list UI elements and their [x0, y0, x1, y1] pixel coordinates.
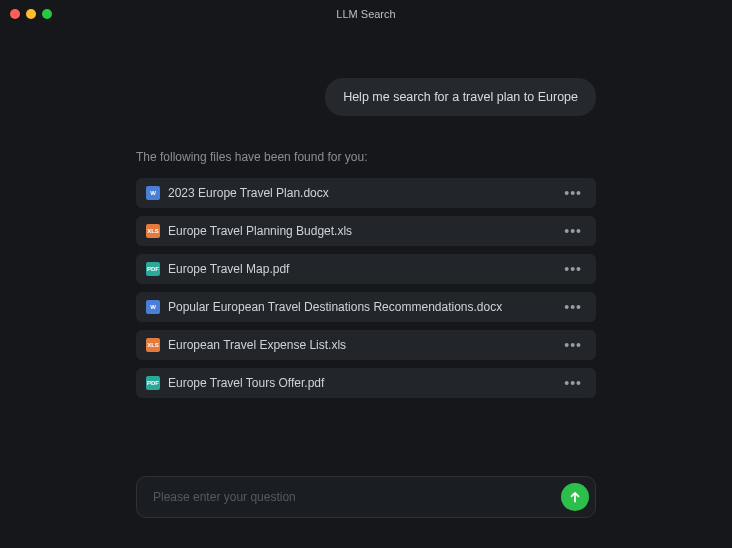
file-name: Europe Travel Map.pdf — [168, 262, 554, 276]
more-options-icon[interactable]: ••• — [562, 338, 584, 352]
minimize-icon[interactable] — [26, 9, 36, 19]
assistant-intro-text: The following files have been found for … — [136, 150, 596, 164]
user-message-bubble: Help me search for a travel plan to Euro… — [325, 78, 596, 116]
pdf-file-icon: PDF — [146, 376, 160, 390]
window-controls — [10, 9, 52, 19]
maximize-icon[interactable] — [42, 9, 52, 19]
file-result-item[interactable]: XLSEurope Travel Planning Budget.xls••• — [136, 216, 596, 246]
chat-area: Help me search for a travel plan to Euro… — [136, 78, 596, 398]
file-name: Europe Travel Planning Budget.xls — [168, 224, 554, 238]
question-input-box[interactable] — [136, 476, 596, 518]
xls-file-icon: XLS — [146, 338, 160, 352]
docx-file-icon: W — [146, 300, 160, 314]
xls-file-icon: XLS — [146, 224, 160, 238]
send-button[interactable] — [561, 483, 589, 511]
file-name: Popular European Travel Destinations Rec… — [168, 300, 554, 314]
window-title: LLM Search — [0, 8, 732, 20]
pdf-file-icon: PDF — [146, 262, 160, 276]
file-name: European Travel Expense List.xls — [168, 338, 554, 352]
close-icon[interactable] — [10, 9, 20, 19]
file-result-item[interactable]: W2023 Europe Travel Plan.docx••• — [136, 178, 596, 208]
arrow-up-icon — [568, 490, 582, 504]
file-result-item[interactable]: PDFEurope Travel Tours Offer.pdf••• — [136, 368, 596, 398]
file-name: Europe Travel Tours Offer.pdf — [168, 376, 554, 390]
more-options-icon[interactable]: ••• — [562, 376, 584, 390]
titlebar: LLM Search — [0, 0, 732, 28]
docx-file-icon: W — [146, 186, 160, 200]
file-result-item[interactable]: PDFEurope Travel Map.pdf••• — [136, 254, 596, 284]
file-result-item[interactable]: WPopular European Travel Destinations Re… — [136, 292, 596, 322]
more-options-icon[interactable]: ••• — [562, 224, 584, 238]
file-result-list: W2023 Europe Travel Plan.docx•••XLSEurop… — [136, 178, 596, 398]
file-name: 2023 Europe Travel Plan.docx — [168, 186, 554, 200]
file-result-item[interactable]: XLSEuropean Travel Expense List.xls••• — [136, 330, 596, 360]
user-message-row: Help me search for a travel plan to Euro… — [136, 78, 596, 116]
input-row — [136, 476, 596, 518]
more-options-icon[interactable]: ••• — [562, 300, 584, 314]
content-area: Help me search for a travel plan to Euro… — [0, 28, 732, 398]
question-input[interactable] — [153, 490, 561, 504]
more-options-icon[interactable]: ••• — [562, 186, 584, 200]
more-options-icon[interactable]: ••• — [562, 262, 584, 276]
